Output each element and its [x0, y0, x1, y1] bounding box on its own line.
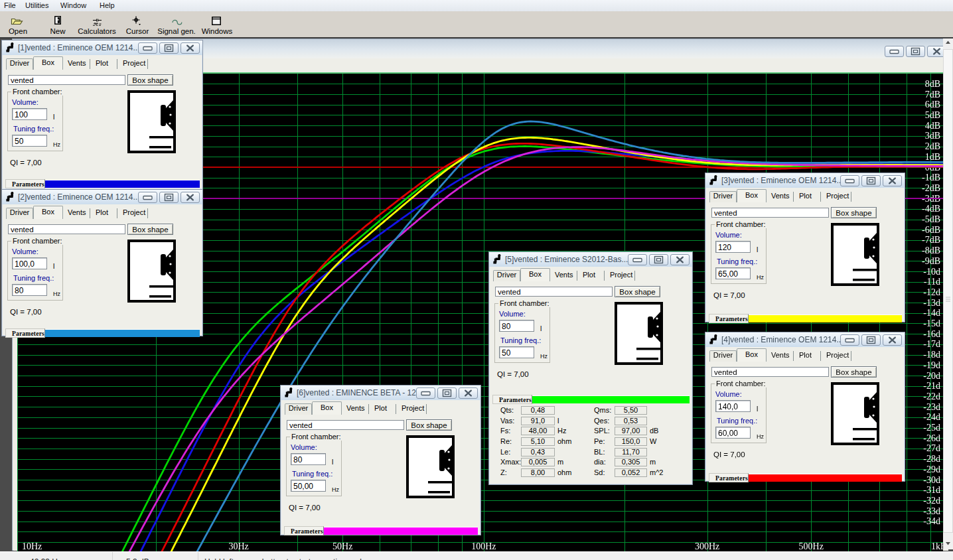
svg-text:2dB: 2dB: [925, 141, 940, 151]
svg-text:30Hz: 30Hz: [228, 541, 248, 551]
svg-text:-25d: -25d: [923, 423, 940, 433]
svg-text:-4dB: -4dB: [922, 204, 940, 214]
svg-text:-15d: -15d: [923, 318, 940, 328]
svg-text:-7dB: -7dB: [922, 235, 940, 245]
svg-text:-21d: -21d: [923, 381, 940, 391]
svg-text:-27d: -27d: [923, 443, 940, 453]
svg-text:-29d: -29d: [923, 464, 940, 474]
svg-text:100Hz: 100Hz: [471, 541, 496, 551]
svg-text:500Hz: 500Hz: [799, 541, 824, 551]
svg-text:-30d: -30d: [923, 475, 940, 485]
svg-text:-10d: -10d: [923, 267, 940, 277]
svg-text:-2dB: -2dB: [922, 183, 940, 193]
svg-text:-16d: -16d: [923, 329, 940, 339]
svg-text:-19d: -19d: [923, 360, 940, 370]
svg-text:-32d: -32d: [923, 496, 940, 506]
svg-text:-8dB: -8dB: [922, 245, 940, 255]
svg-text:-23d: -23d: [923, 402, 940, 412]
svg-text:-1dB: -1dB: [922, 173, 940, 182]
svg-text:5dB: 5dB: [925, 110, 940, 120]
svg-text:7dB: 7dB: [925, 90, 940, 100]
svg-text:6dB: 6dB: [925, 100, 940, 109]
svg-text:-6dB: -6dB: [922, 225, 940, 235]
svg-text:-5dB: -5dB: [922, 214, 940, 224]
svg-text:-12d: -12d: [923, 287, 940, 297]
svg-text:8dB: 8dB: [925, 79, 940, 89]
svg-text:300Hz: 300Hz: [695, 541, 719, 551]
svg-text:-20d: -20d: [923, 371, 940, 381]
svg-text:-28d: -28d: [923, 454, 940, 464]
svg-text:-9dB: -9dB: [922, 256, 940, 266]
svg-text:-11d: -11d: [924, 277, 940, 287]
svg-text:-34d: -34d: [923, 516, 940, 526]
svg-text:-14d: -14d: [923, 308, 940, 318]
svg-text:-22d: -22d: [923, 391, 940, 401]
svg-text:-18d: -18d: [923, 350, 940, 360]
svg-text:10Hz: 10Hz: [22, 541, 42, 551]
svg-text:1dB: 1dB: [925, 152, 940, 162]
svg-text:4dB: 4dB: [925, 121, 940, 131]
svg-text:-26d: -26d: [923, 433, 940, 443]
svg-text:-24d: -24d: [923, 412, 940, 422]
svg-text:-33d: -33d: [923, 506, 940, 516]
svg-text:1kHz: 1kHz: [931, 541, 943, 551]
svg-text:-31d: -31d: [923, 485, 940, 495]
svg-text:-17d: -17d: [923, 339, 940, 349]
svg-text:50Hz: 50Hz: [332, 541, 352, 551]
svg-text:3dB: 3dB: [925, 131, 940, 141]
svg-text:-13d: -13d: [923, 298, 940, 308]
